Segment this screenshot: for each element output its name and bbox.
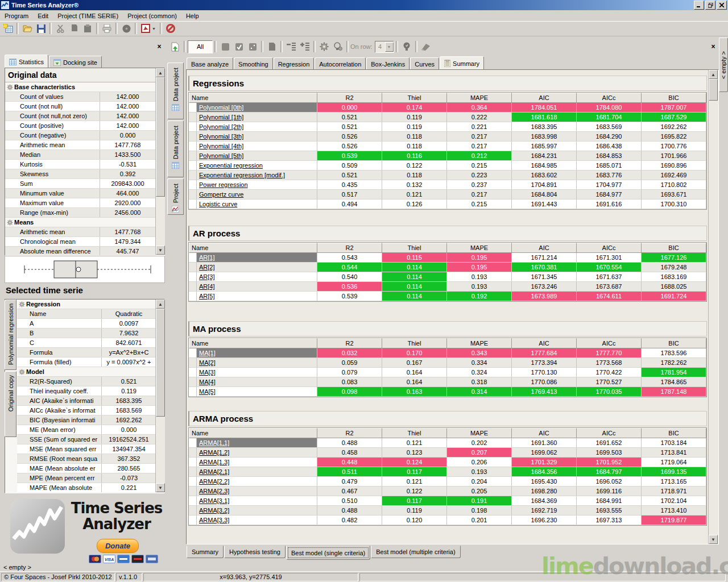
select-checked-button[interactable] [232,40,246,53]
row-name-cell[interactable]: Exponential regression [197,161,317,171]
tab-docking-site[interactable]: Docking site [49,56,102,69]
column-header-r2[interactable]: R2 [317,243,382,253]
scroll-down-icon[interactable]: ▼ [156,246,165,255]
row-name-cell[interactable]: MA[5] [197,387,317,397]
tab-curves[interactable]: Curves [410,57,439,70]
row-name-link[interactable]: Exponential regression [modif.] [199,172,285,178]
row-name-cell[interactable]: Polynomial [3th] [197,132,317,142]
row-name-link[interactable]: ARMA[2,1] [199,468,229,475]
column-header-thiel[interactable]: Thiel [382,428,447,438]
column-header-mape[interactable]: MAPE [447,338,512,348]
row-name-cell[interactable]: MA[3] [197,368,317,377]
row-name-link[interactable]: Polynomial [3th] [199,133,243,140]
row-name-link[interactable]: ARMA[2,2] [199,478,229,485]
discover-icon[interactable] [131,555,144,563]
tab-autocorrelation[interactable]: Autocorrelation [315,57,366,70]
column-header-name[interactable]: Name [189,93,317,103]
menu-item-help[interactable]: Help [181,11,204,20]
row-name-cell[interactable]: ARMA[1,1] [197,438,317,448]
row-name-link[interactable]: AR[5] [199,293,215,300]
row-name-link[interactable]: ARMA[3,3] [199,517,229,523]
menu-item-project-time-serie[interactable]: Project (TIME SERIE) [53,11,123,20]
mastercard-icon[interactable] [89,555,101,563]
row-name-cell[interactable]: Power regression [197,180,317,190]
row-name-link[interactable]: ARMA[1,2] [199,449,229,456]
column-header-bic[interactable]: BIC [642,428,706,438]
menu-item-program[interactable]: Program [0,11,33,20]
bottom-tab-best-model-single-criteria[interactable]: Best model (single criteria) [286,546,370,560]
hint-settings-button[interactable] [331,40,345,53]
dock-tab-data-project-1[interactable]: Data project [167,120,184,177]
row-name-link[interactable]: MA[5] [199,388,216,395]
column-header-aic[interactable]: AIC [512,243,577,253]
scroll-thumb[interactable] [156,77,165,197]
column-header-bic[interactable]: BIC [642,93,706,103]
scroll-thumb[interactable] [709,79,718,101]
menu-item-project-common[interactable]: Project (common) [123,11,181,20]
row-name-link[interactable]: MA[1] [199,350,216,356]
on-row-dropdown[interactable]: 4 ▼ [375,41,394,53]
row-name-link[interactable]: MA[4] [199,379,216,385]
add-row-button[interactable] [298,40,312,53]
minimize-button[interactable] [694,1,704,10]
bottom-tab-hypothesis-testing[interactable]: Hypothesis testing [224,546,286,558]
dock-tab-data-project-0[interactable]: Data project [167,63,184,119]
export-pdf-button[interactable]: ▼ [139,22,158,35]
dock-tab-project-2[interactable]: Project [167,178,184,215]
row-name-cell[interactable]: MA[4] [197,377,317,387]
row-name-cell[interactable]: Polynomial [1th] [197,113,317,122]
column-header-aic[interactable]: AIC [512,338,577,348]
row-name-cell[interactable]: Polynomial [4th] [197,142,317,151]
row-name-link[interactable]: Polynomial [1th] [199,114,243,120]
row-name-link[interactable]: Polynomial [2th] [199,123,243,130]
column-header-name[interactable]: Name [189,243,317,253]
row-name-cell[interactable]: Exponential regression [modif.] [197,171,317,180]
row-name-cell[interactable]: ARMA[1,2] [197,448,317,458]
row-name-cell[interactable]: Gompertz curve [197,190,317,199]
cut-button[interactable] [53,22,67,35]
dropdown-arrow-icon[interactable]: ▼ [385,42,394,52]
filter-all-button[interactable]: All [188,40,213,53]
column-header-bic[interactable]: BIC [642,338,706,348]
record-button[interactable] [119,22,133,35]
save-button[interactable] [34,22,48,35]
bottom-tab-summary[interactable]: Summary [187,546,224,558]
right-edge-empty-tab[interactable]: < empty > [719,38,728,92]
left-panel-close-icon[interactable]: × [155,42,164,51]
side-tab-original-copy[interactable]: Original copy [5,371,16,437]
bottom-tab-best-model-multiple-criteria[interactable]: Best model (multiple criteria) [371,546,460,558]
tab-base-analyze[interactable]: Base analyze [187,57,233,70]
row-name-cell[interactable]: ARMA[2,1] [197,467,317,477]
visa-icon[interactable]: VISA [103,555,115,563]
column-header-aicc[interactable]: AICc [577,93,642,103]
print-button[interactable] [100,22,114,35]
scroll-up-icon[interactable]: ▲ [709,70,718,79]
add-report-button[interactable] [168,40,182,53]
row-name-link[interactable]: ARMA[1,1] [199,439,229,446]
row-name-link[interactable]: MA[3] [199,369,216,376]
scroll-thumb[interactable] [156,309,165,417]
row-name-cell[interactable]: Polynomial [5th] [197,151,317,161]
tab-smoothing[interactable]: Smoothing [234,57,273,70]
original-data-scrollbar[interactable]: ▲▼ [155,68,165,255]
row-name-link[interactable]: AR[2] [199,264,215,271]
column-header-r2[interactable]: R2 [317,93,382,103]
column-header-aicc[interactable]: AICc [577,338,642,348]
tab-box-jenkins[interactable]: Box-Jenkins [366,57,410,70]
column-header-thiel[interactable]: Thiel [382,243,447,253]
menu-item-edit[interactable]: Edit [33,11,53,20]
row-name-cell[interactable]: MA[1] [197,348,317,358]
row-name-cell[interactable]: AR[5] [197,292,317,301]
column-header-r2[interactable]: R2 [317,428,382,438]
row-name-link[interactable]: ARMA[3,1] [199,497,229,504]
column-header-name[interactable]: Name [189,428,317,438]
row-name-cell[interactable]: AR[2] [197,263,317,272]
remove-row-button[interactable] [284,40,298,53]
row-name-link[interactable]: Polynomial [0th] [199,104,243,111]
select-partial-button[interactable] [246,40,259,53]
row-name-cell[interactable]: ARMA[2,2] [197,477,317,487]
row-name-link[interactable]: ARMA[1,3] [199,459,229,465]
hint-button[interactable] [400,40,413,53]
tab-regression[interactable]: Regression [274,57,315,70]
row-name-cell[interactable]: MA[2] [197,358,317,368]
